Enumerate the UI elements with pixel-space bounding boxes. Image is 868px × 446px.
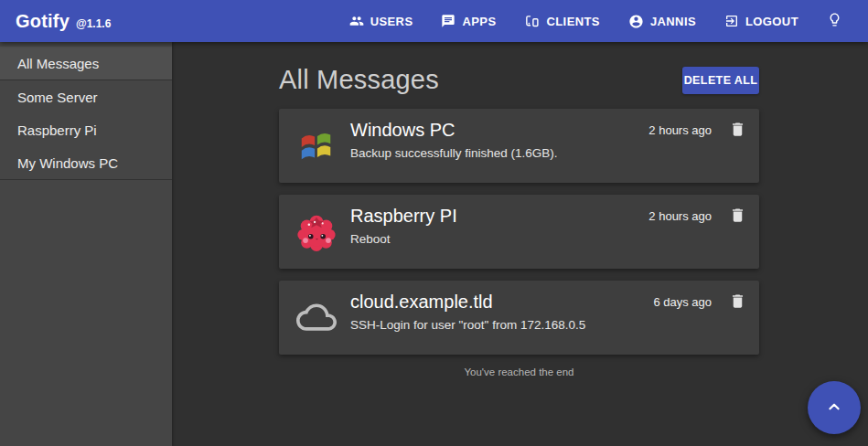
clients-icon — [524, 14, 540, 29]
message-body: SSH-Login for user "root" from 172.168.0… — [350, 318, 585, 332]
main-content: All Messages DELETE ALL Windows PC Backu… — [172, 42, 868, 446]
message-timestamp: 2 hours ago — [648, 209, 712, 223]
delete-message-button[interactable] — [727, 119, 748, 143]
nav-apps-button[interactable]: APPS — [439, 8, 498, 34]
trash-icon — [729, 127, 746, 141]
top-app-bar: Gotify @1.1.6 USERS APPS CLIENTS — [0, 0, 868, 42]
page-title: All Messages — [279, 65, 439, 95]
sidebar-item-all-messages[interactable]: All Messages — [0, 47, 172, 80]
sidebar-item-label: Some Server — [17, 90, 98, 105]
message-body: Reboot — [350, 232, 391, 246]
nav-logout-button[interactable]: LOGOUT — [723, 8, 800, 34]
message-body: Backup successfully finished (1.6GB). — [350, 146, 558, 160]
scroll-to-top-button[interactable] — [808, 381, 861, 434]
app-title: Gotify — [16, 11, 70, 32]
end-of-list-text: You've reached the end — [279, 366, 759, 377]
delete-message-button[interactable] — [727, 205, 748, 228]
sidebar-item-label: All Messages — [17, 56, 99, 71]
sidebar: All Messages Some Server Raspberry Pi My… — [0, 42, 172, 446]
nav-users-button[interactable]: USERS — [348, 8, 415, 34]
sidebar-divider — [0, 179, 172, 180]
logout-icon — [724, 14, 739, 28]
windows-logo-icon — [295, 125, 338, 167]
apps-icon — [441, 14, 455, 28]
top-navigation: USERS APPS CLIENTS JANNIS — [348, 7, 868, 35]
nav-clients-button[interactable]: CLIENTS — [522, 8, 601, 35]
brand: Gotify @1.1.6 — [0, 11, 111, 32]
message-timestamp: 6 days ago — [653, 295, 712, 309]
users-icon — [349, 14, 364, 28]
nav-logout-label: LOGOUT — [745, 15, 798, 28]
message-timestamp: 2 hours ago — [648, 123, 712, 137]
nav-account-label: JANNIS — [650, 15, 696, 28]
nav-clients-label: CLIENTS — [546, 15, 599, 28]
nav-users-label: USERS — [370, 15, 413, 28]
nav-apps-label: APPS — [462, 15, 496, 28]
sidebar-item-raspberry-pi[interactable]: Raspberry Pi — [0, 113, 172, 146]
app-version: @1.1.6 — [76, 17, 111, 30]
sidebar-item-my-windows-pc[interactable]: My Windows PC — [0, 146, 172, 179]
message-card: Raspberry PI Reboot 2 hours ago — [279, 195, 759, 269]
sidebar-item-label: Raspberry Pi — [17, 122, 97, 138]
delete-message-button[interactable] — [727, 291, 748, 314]
message-card: cloud.example.tld SSH-Login for user "ro… — [279, 281, 759, 355]
message-title: Raspberry PI — [350, 206, 457, 227]
message-card: Windows PC Backup successfully finished … — [279, 109, 759, 183]
nav-user-account-button[interactable]: JANNIS — [627, 8, 698, 35]
sidebar-item-label: My Windows PC — [17, 155, 118, 171]
sidebar-item-some-server[interactable]: Some Server — [0, 80, 172, 113]
message-title: Windows PC — [350, 120, 455, 141]
raspberry-logo-icon — [295, 211, 338, 253]
trash-icon — [729, 299, 746, 313]
theme-toggle-button[interactable] — [825, 7, 844, 35]
cloud-icon — [295, 297, 338, 339]
lightbulb-icon — [827, 12, 842, 30]
message-title: cloud.example.tld — [350, 292, 493, 313]
delete-all-button[interactable]: DELETE ALL — [682, 67, 759, 94]
account-icon — [628, 14, 644, 29]
chevron-up-icon — [824, 397, 844, 419]
trash-icon — [729, 213, 746, 227]
